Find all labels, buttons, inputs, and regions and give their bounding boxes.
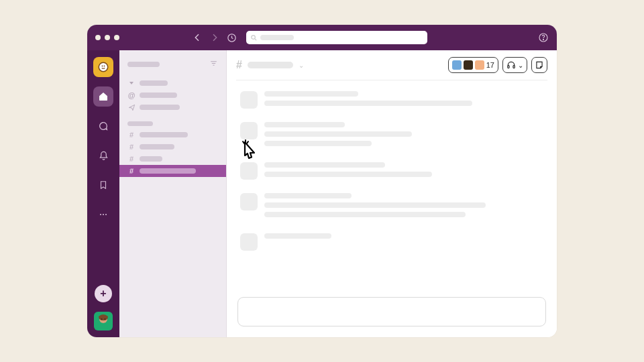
member-avatar xyxy=(464,60,473,70)
huddle-button[interactable]: ⌄ xyxy=(502,57,527,73)
message-item[interactable] xyxy=(240,91,543,110)
ellipsis-icon xyxy=(98,209,109,220)
message-item[interactable] xyxy=(240,162,543,181)
message-avatar[interactable] xyxy=(240,193,258,210)
message-text-line xyxy=(264,101,472,106)
message-text-line xyxy=(264,131,412,137)
sidebar-item-label xyxy=(140,105,180,110)
channel-header: # ⌄ 17 ⌄ xyxy=(227,50,557,80)
headphones-icon xyxy=(506,60,516,70)
saved-button[interactable] xyxy=(93,175,113,195)
sidebar-channel-item[interactable]: # xyxy=(119,153,226,165)
svg-point-10 xyxy=(103,214,104,215)
sidebar-channel-item[interactable]: # xyxy=(119,165,226,177)
message-avatar[interactable] xyxy=(240,162,258,180)
message-item[interactable] xyxy=(240,193,543,221)
hash-icon: # xyxy=(127,143,136,151)
message-avatar[interactable] xyxy=(240,122,258,139)
caret-icon xyxy=(127,80,136,86)
message-text-line xyxy=(264,202,486,208)
message-text-line xyxy=(264,172,432,177)
note-icon xyxy=(535,60,544,70)
bookmark-icon xyxy=(99,180,108,190)
message-text-line xyxy=(264,162,385,168)
window-dot[interactable] xyxy=(95,35,101,40)
workspace-name[interactable] xyxy=(127,62,160,67)
svg-point-1 xyxy=(252,35,256,39)
message-text-line xyxy=(264,141,372,146)
svg-line-2 xyxy=(255,38,256,40)
dms-button[interactable] xyxy=(93,116,113,136)
sidebar-nav-item[interactable] xyxy=(119,77,226,89)
channel-sidebar: @ #### xyxy=(119,50,227,337)
hash-icon: # xyxy=(127,131,136,139)
nav-back-button[interactable] xyxy=(191,32,204,43)
message-text-line xyxy=(264,122,345,127)
app-window: + @ #### # ⌄ xyxy=(87,25,557,337)
sidebar-channel-item[interactable]: # xyxy=(119,129,226,141)
message-avatar[interactable] xyxy=(240,233,258,251)
sidebar-channel-item[interactable]: # xyxy=(119,141,226,153)
sidebar-section-header[interactable] xyxy=(127,121,153,126)
more-button[interactable] xyxy=(93,204,113,225)
search-placeholder xyxy=(260,35,294,40)
create-button[interactable]: + xyxy=(95,285,112,302)
members-count: 17 xyxy=(486,61,494,69)
sidebar-nav-item[interactable]: @ xyxy=(119,89,226,101)
home-icon xyxy=(98,91,109,102)
window-dot[interactable] xyxy=(105,35,110,40)
hash-icon: # xyxy=(127,167,136,175)
send-icon xyxy=(127,104,136,111)
window-dot[interactable] xyxy=(114,35,119,40)
mention-icon: @ xyxy=(127,91,136,99)
svg-rect-14 xyxy=(99,324,108,330)
user-avatar[interactable] xyxy=(94,312,113,330)
svg-rect-21 xyxy=(513,66,515,68)
svg-point-4 xyxy=(543,39,543,40)
sidebar-item-label xyxy=(140,93,177,98)
message-text-line xyxy=(264,193,352,198)
chat-icon xyxy=(98,121,109,131)
svg-point-16 xyxy=(105,318,106,320)
workspace-switcher[interactable] xyxy=(93,57,113,77)
message-item[interactable] xyxy=(240,233,543,251)
workspace-rail: + xyxy=(87,50,119,337)
message-composer[interactable] xyxy=(237,297,546,326)
svg-point-7 xyxy=(102,66,103,67)
history-button[interactable] xyxy=(225,33,238,43)
filter-button[interactable] xyxy=(209,58,218,70)
message-text-line xyxy=(264,91,358,97)
svg-point-9 xyxy=(100,214,101,215)
sidebar-item-label xyxy=(140,156,162,162)
svg-point-15 xyxy=(101,318,103,320)
sidebar-item-label xyxy=(140,168,196,174)
home-button[interactable] xyxy=(93,86,113,107)
members-button[interactable]: 17 xyxy=(448,57,498,73)
svg-rect-20 xyxy=(508,66,509,68)
window-controls[interactable] xyxy=(95,35,119,40)
titlebar xyxy=(87,25,557,50)
help-button[interactable] xyxy=(538,32,549,43)
chevron-down-icon: ⌄ xyxy=(518,62,523,69)
search-input[interactable] xyxy=(246,31,427,44)
sidebar-item-label xyxy=(140,144,174,149)
canvas-button[interactable] xyxy=(531,57,547,73)
channel-name[interactable] xyxy=(248,62,293,68)
member-avatar xyxy=(452,60,462,70)
chevron-down-icon[interactable]: ⌄ xyxy=(299,62,304,69)
sidebar-item-label xyxy=(140,80,168,86)
sidebar-nav-item[interactable] xyxy=(119,101,226,113)
message-avatar[interactable] xyxy=(240,91,258,109)
main-pane: # ⌄ 17 ⌄ xyxy=(227,50,557,337)
svg-point-11 xyxy=(105,214,107,215)
sidebar-item-label xyxy=(140,132,188,137)
message-list[interactable] xyxy=(227,80,557,293)
message-text-line xyxy=(264,233,331,239)
svg-point-8 xyxy=(104,66,105,67)
message-item[interactable] xyxy=(240,122,543,150)
hash-icon: # xyxy=(236,59,242,71)
activity-button[interactable] xyxy=(93,145,113,166)
nav-forward-button[interactable] xyxy=(208,32,221,43)
message-text-line xyxy=(264,212,466,217)
bell-icon xyxy=(99,151,109,161)
